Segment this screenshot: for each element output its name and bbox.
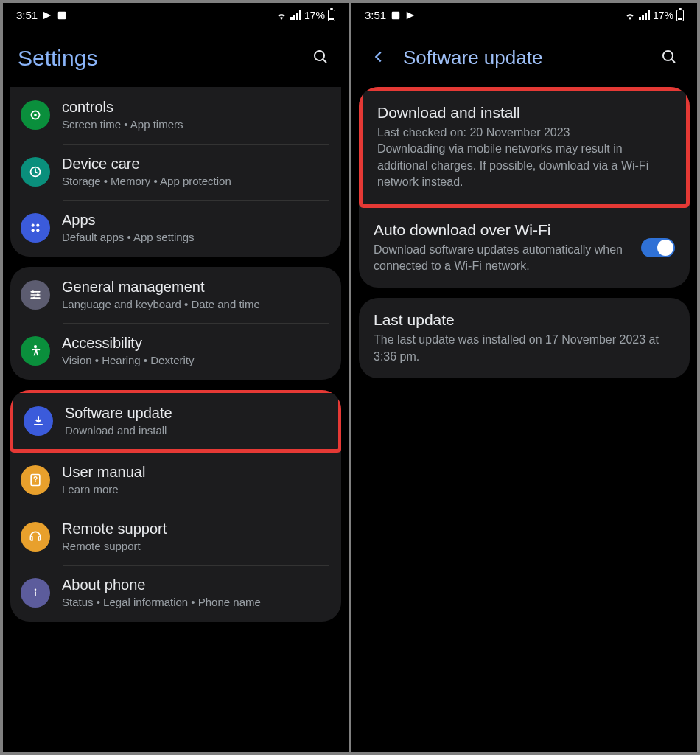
status-bar: 3:51 17% bbox=[351, 3, 697, 26]
row-title: Auto download over Wi-Fi bbox=[374, 221, 631, 239]
signal-icon bbox=[290, 10, 301, 20]
search-icon bbox=[312, 48, 329, 66]
accessibility-icon bbox=[21, 336, 50, 366]
status-time: 3:51 bbox=[16, 9, 38, 21]
highlight-software-update: Software update Download and install bbox=[10, 390, 341, 453]
svg-rect-21 bbox=[392, 11, 400, 19]
row-sub-line2: Downloading via mobile networks may resu… bbox=[377, 141, 671, 190]
row-sub: Storage • Memory • App protection bbox=[62, 174, 331, 189]
row-title: Accessibility bbox=[62, 335, 331, 352]
row-title: Last update bbox=[374, 311, 675, 329]
row-title: controls bbox=[62, 99, 331, 116]
row-title: Apps bbox=[62, 212, 331, 229]
svg-line-2 bbox=[323, 60, 327, 63]
highlight-download-install: Download and install Last checked on: 20… bbox=[359, 87, 690, 208]
row-sub-line1: Last checked on: 20 November 2023 bbox=[377, 125, 671, 141]
svg-point-4 bbox=[34, 114, 37, 116]
software-update-content[interactable]: Download and install Last checked on: 20… bbox=[351, 87, 697, 752]
svg-point-6 bbox=[32, 224, 35, 227]
svg-point-16 bbox=[34, 345, 37, 348]
software-update-screen: 3:51 17% Software update Download and in… bbox=[351, 3, 697, 752]
play-store-icon bbox=[42, 10, 52, 21]
svg-point-14 bbox=[37, 293, 39, 296]
row-title: Software update bbox=[65, 405, 328, 422]
row-sub: Vision • Hearing • Dexterity bbox=[62, 353, 331, 368]
row-sub: Learn more bbox=[62, 482, 331, 497]
svg-point-22 bbox=[663, 51, 673, 60]
settings-item-accessibility[interactable]: Accessibility Vision • Hearing • Dexteri… bbox=[10, 323, 341, 380]
page-title: Software update bbox=[403, 46, 644, 69]
battery-icon bbox=[676, 10, 684, 21]
download-install-item[interactable]: Download and install Last checked on: 20… bbox=[363, 91, 686, 204]
status-bar: 3:51 17% bbox=[3, 3, 349, 26]
gallery-icon bbox=[391, 10, 401, 21]
wifi-icon bbox=[276, 10, 287, 21]
settings-list[interactable]: controls Screen time • App timers Device… bbox=[3, 87, 349, 752]
page-title: Settings bbox=[18, 46, 295, 71]
row-title: Remote support bbox=[62, 521, 331, 537]
general-icon bbox=[21, 280, 50, 310]
apps-icon bbox=[21, 213, 50, 243]
gallery-icon bbox=[57, 10, 67, 21]
back-button[interactable] bbox=[366, 44, 391, 72]
row-sub: Screen time • App timers bbox=[62, 117, 331, 132]
software-update-header: Software update bbox=[351, 26, 697, 87]
row-sub: Status • Legal information • Phone name bbox=[62, 595, 331, 610]
svg-rect-20 bbox=[35, 592, 36, 597]
row-title: General management bbox=[62, 279, 331, 296]
search-button[interactable] bbox=[656, 44, 682, 72]
controls-icon bbox=[21, 100, 50, 130]
settings-header: Settings bbox=[3, 26, 349, 87]
battery-pct: 17% bbox=[304, 10, 325, 21]
settings-group-3: Software update Download and install ? U… bbox=[10, 390, 341, 622]
svg-point-19 bbox=[35, 589, 37, 591]
user-manual-icon: ? bbox=[21, 465, 50, 495]
svg-point-7 bbox=[36, 224, 39, 227]
about-icon bbox=[21, 578, 50, 608]
row-title: Download and install bbox=[377, 104, 671, 122]
device-care-icon bbox=[21, 157, 50, 187]
signal-icon bbox=[639, 10, 650, 20]
row-sub: Language and keyboard • Date and time bbox=[62, 297, 331, 312]
battery-icon bbox=[328, 10, 335, 21]
row-sub: Remote support bbox=[62, 539, 331, 554]
auto-download-item[interactable]: Auto download over Wi-Fi Download softwa… bbox=[359, 208, 690, 288]
settings-item-user-manual[interactable]: ? User manual Learn more bbox=[10, 452, 341, 509]
row-title: User manual bbox=[62, 464, 331, 481]
svg-rect-0 bbox=[58, 11, 66, 19]
row-sub: The last update was installed on 17 Nove… bbox=[374, 332, 675, 365]
auto-download-toggle[interactable] bbox=[641, 238, 675, 257]
svg-point-1 bbox=[315, 51, 324, 60]
play-store-icon bbox=[405, 10, 416, 21]
row-sub: Default apps • App settings bbox=[62, 230, 331, 245]
wifi-icon bbox=[624, 10, 636, 21]
settings-item-device-care[interactable]: Device care Storage • Memory • App prote… bbox=[10, 144, 341, 201]
search-button[interactable] bbox=[307, 44, 334, 72]
svg-point-9 bbox=[36, 229, 39, 232]
row-title: About phone bbox=[62, 577, 331, 594]
search-icon bbox=[660, 48, 678, 66]
row-sub: Download and install bbox=[65, 423, 328, 438]
row-title: Device care bbox=[62, 156, 331, 173]
settings-item-apps[interactable]: Apps Default apps • App settings bbox=[10, 200, 341, 257]
settings-item-general[interactable]: General management Language and keyboard… bbox=[10, 267, 341, 324]
svg-point-8 bbox=[32, 229, 35, 232]
svg-text:?: ? bbox=[33, 476, 38, 484]
settings-item-about-phone[interactable]: About phone Status • Legal information •… bbox=[10, 565, 341, 622]
row-sub: Download software updates automatically … bbox=[374, 242, 631, 275]
settings-item-software-update[interactable]: Software update Download and install bbox=[13, 393, 338, 450]
settings-item-controls[interactable]: controls Screen time • App timers bbox=[10, 87, 341, 144]
chevron-left-icon bbox=[371, 49, 387, 65]
last-update-group: Last update The last update was installe… bbox=[359, 298, 690, 378]
svg-point-13 bbox=[32, 290, 34, 293]
battery-pct: 17% bbox=[653, 10, 673, 21]
update-group: Download and install Last checked on: 20… bbox=[359, 87, 690, 288]
svg-point-15 bbox=[33, 296, 35, 299]
settings-item-remote-support[interactable]: Remote support Remote support bbox=[10, 509, 341, 566]
status-time: 3:51 bbox=[365, 9, 386, 21]
remote-support-icon bbox=[21, 522, 50, 552]
last-update-item[interactable]: Last update The last update was installe… bbox=[359, 298, 690, 378]
settings-screen: 3:51 17% Settings controls Screen time •… bbox=[3, 3, 349, 752]
software-update-icon bbox=[24, 406, 53, 436]
svg-line-23 bbox=[672, 60, 676, 63]
